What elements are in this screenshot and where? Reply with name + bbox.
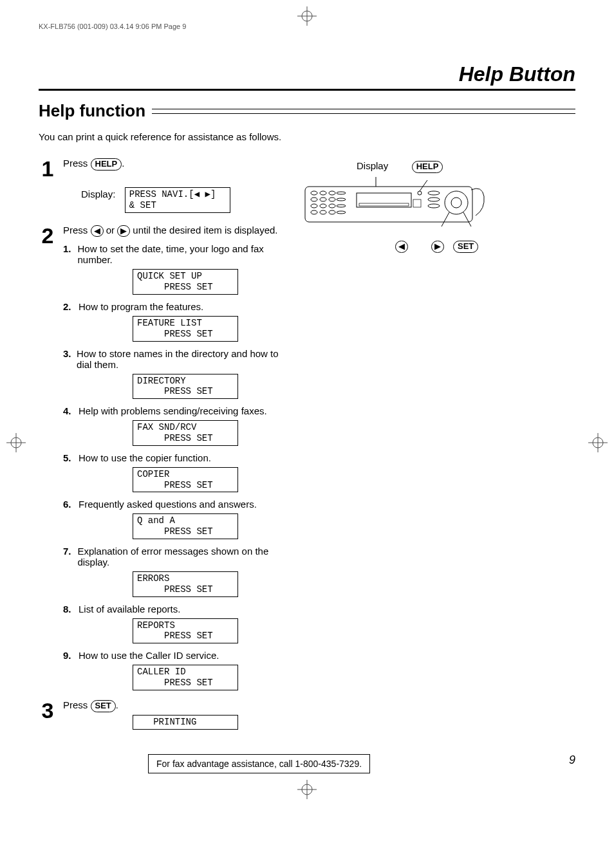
svg-line-40	[442, 212, 449, 226]
fig-set-key-icon: SET	[453, 241, 478, 253]
display-label: Display:	[81, 189, 115, 199]
svg-point-25	[311, 210, 317, 214]
footer-assistance-box: For fax advantage assistance, call 1-800…	[148, 754, 370, 773]
lcd-display-item: FEATURE LIST PRESS SET	[133, 316, 238, 342]
step-num-3: 3	[39, 699, 57, 730]
help-key-icon: HELP	[91, 158, 122, 171]
svg-point-17	[311, 198, 317, 201]
svg-point-35	[428, 191, 440, 195]
right-arrow-icon: ▶	[117, 225, 130, 237]
help-item-num: 3.	[63, 348, 73, 370]
help-item-text: Help with problems sending/receiving fax…	[79, 405, 267, 416]
help-item-text: Explanation of error messages shown on t…	[77, 546, 283, 568]
crop-mark-top	[297, 6, 317, 26]
svg-rect-30	[359, 203, 409, 206]
svg-point-19	[329, 198, 335, 201]
page-title: Help Button	[39, 62, 575, 86]
fig-right-arrow-icon: ▶	[431, 241, 444, 253]
help-item-num: 4.	[63, 405, 75, 416]
crop-mark-left	[6, 433, 26, 452]
svg-point-23	[329, 204, 335, 208]
double-rule-icon	[152, 109, 575, 114]
help-item: 2.How to program the features.FEATURE LI…	[63, 301, 283, 342]
svg-point-16	[337, 192, 346, 194]
fig-left-arrow-icon: ◀	[395, 241, 408, 253]
step2-post: until the desired item is displayed.	[130, 225, 277, 235]
step-3: 3 Press SET. PRINTING	[39, 699, 283, 730]
lcd-display-item: Q and A PRESS SET	[133, 513, 238, 539]
svg-point-14	[320, 191, 326, 195]
help-item: 7.Explanation of error messages shown on…	[63, 546, 283, 597]
help-item-num: 5.	[63, 452, 75, 463]
title-rule	[39, 89, 575, 91]
svg-point-24	[337, 205, 346, 207]
svg-rect-29	[357, 193, 411, 207]
svg-point-27	[329, 210, 335, 214]
help-item: 6.Frequently asked questions and answers…	[63, 499, 283, 539]
lcd-display-step3: PRINTING	[133, 715, 238, 730]
svg-point-37	[428, 204, 440, 208]
set-key-icon: SET	[91, 700, 116, 712]
step-num-1: 1	[39, 158, 57, 180]
help-item-num: 2.	[63, 301, 75, 312]
lcd-display-item: COPIER PRESS SET	[133, 467, 238, 493]
help-item-num: 9.	[63, 650, 75, 661]
lcd-display-step1: PRESS NAVI.[◀ ▶] & SET	[125, 187, 230, 213]
help-item-text: How to set the date, time, your logo and…	[78, 243, 283, 265]
svg-line-34	[420, 180, 427, 191]
step1-pre: Press	[63, 158, 91, 169]
help-item: 8.List of available reports.REPORTS PRES…	[63, 604, 283, 644]
help-item-text: How to store names in the directory and …	[77, 348, 283, 370]
printer-figure: Display HELP	[299, 160, 575, 253]
page-number: 9	[569, 753, 575, 767]
svg-rect-33	[413, 199, 421, 207]
help-item-text: List of available reports.	[79, 604, 180, 614]
section-title: Help function	[39, 101, 575, 121]
crop-mark-bottom	[297, 780, 317, 799]
section-title-text: Help function	[39, 101, 145, 121]
svg-point-15	[329, 191, 335, 195]
help-item-text: How to use the copier function.	[79, 452, 211, 463]
fig-help-key-icon: HELP	[412, 161, 443, 173]
lcd-display-item: CALLER ID PRESS SET	[133, 665, 238, 690]
lcd-display-item: DIRECTORY PRESS SET	[133, 374, 238, 400]
printer-illustration	[299, 174, 492, 232]
step2-pre: Press	[63, 225, 91, 235]
step3-pre: Press	[63, 699, 91, 710]
lcd-display-item: REPORTS PRESS SET	[133, 618, 238, 644]
svg-point-13	[311, 191, 317, 195]
svg-point-36	[428, 198, 440, 201]
svg-point-28	[337, 211, 346, 214]
svg-point-26	[320, 210, 326, 214]
help-item: 1.How to set the date, time, your logo a…	[63, 243, 283, 295]
intro-text: You can print a quick reference for assi…	[39, 131, 575, 142]
display-caption: Display	[357, 160, 388, 171]
svg-point-32	[418, 191, 422, 195]
svg-point-39	[451, 198, 461, 208]
svg-line-41	[463, 212, 471, 226]
help-item: 3.How to store names in the directory an…	[63, 348, 283, 400]
help-item: 9.How to use the Caller ID service.CALLE…	[63, 650, 283, 690]
step-2: 2 Press ◀ or ▶ until the desired item is…	[39, 225, 283, 690]
help-item-num: 1.	[63, 243, 74, 265]
help-item-text: How to use the Caller ID service.	[79, 650, 219, 661]
left-arrow-icon: ◀	[91, 225, 104, 237]
help-item-num: 8.	[63, 604, 75, 614]
lcd-display-item: ERRORS PRESS SET	[133, 571, 238, 597]
help-item: 4.Help with problems sending/receiving f…	[63, 405, 283, 446]
help-item-num: 7.	[63, 546, 73, 568]
step1-post: .	[122, 158, 124, 169]
help-item-text: How to program the features.	[79, 301, 203, 312]
step2-mid: or	[104, 225, 118, 235]
step-num-2: 2	[39, 225, 57, 690]
crop-mark-right	[588, 433, 608, 452]
svg-point-21	[311, 204, 317, 208]
svg-point-18	[320, 198, 326, 201]
lcd-display-item: FAX SND/RCV PRESS SET	[133, 420, 238, 446]
step-1: 1 Press HELP.	[39, 158, 283, 180]
help-item: 5.How to use the copier function.COPIER …	[63, 452, 283, 493]
svg-point-22	[320, 204, 326, 208]
help-item-num: 6.	[63, 499, 75, 510]
step3-post: .	[116, 699, 118, 710]
help-item-text: Frequently asked questions and answers.	[79, 499, 257, 510]
